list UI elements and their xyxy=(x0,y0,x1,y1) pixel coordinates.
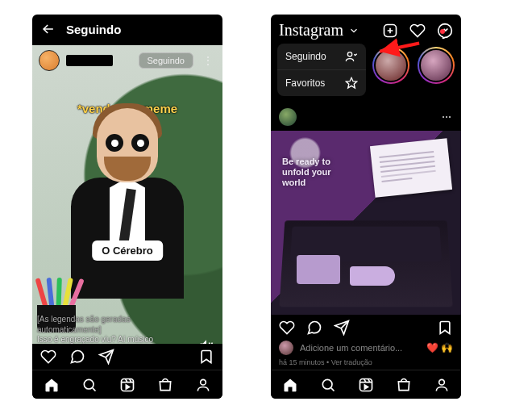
dropdown-label: Favoritos xyxy=(285,77,325,89)
reel-caption-auto: [As legendas são geradas automaticamente… xyxy=(37,315,190,335)
reel-person-illustration xyxy=(67,108,188,302)
post-image-document xyxy=(370,138,452,198)
bottom-nav xyxy=(32,370,222,399)
commenter-avatar[interactable] xyxy=(279,341,293,355)
post-author-avatar[interactable] xyxy=(279,108,297,126)
dropdown-item-seguindo[interactable]: Seguindo xyxy=(277,44,366,69)
heart-icon[interactable] xyxy=(279,320,295,336)
notification-dot xyxy=(440,29,445,34)
shop-icon[interactable] xyxy=(396,377,412,393)
story-item[interactable] xyxy=(418,47,455,84)
home-icon[interactable] xyxy=(282,377,298,393)
reels-icon[interactable] xyxy=(119,377,135,393)
dropdown-item-favoritos[interactable]: Favoritos xyxy=(277,69,366,96)
reel-header-title: Seguindo xyxy=(66,23,121,36)
post-image[interactable]: Be ready to unfold your world xyxy=(271,131,461,315)
post-image-title: Be ready to unfold your world xyxy=(282,157,345,189)
search-icon[interactable] xyxy=(320,377,336,393)
instagram-logo[interactable]: Instagram xyxy=(279,21,343,40)
reels-icon[interactable] xyxy=(358,377,374,393)
messenger-icon[interactable] xyxy=(437,23,453,39)
back-arrow-icon[interactable] xyxy=(40,21,56,37)
more-options-icon[interactable]: ⋮ xyxy=(200,55,216,66)
reel-video[interactable]: Seguindo ⋮ *vendo um meme O Cérebro [As … xyxy=(32,45,222,370)
bookmark-icon[interactable] xyxy=(437,320,453,336)
reel-user-bar: Seguindo ⋮ xyxy=(39,50,216,71)
reel-author-avatar[interactable] xyxy=(39,50,60,71)
comment-placeholder[interactable]: Adicione um comentário... xyxy=(300,343,402,353)
post-action-row xyxy=(32,344,222,370)
phone-reel: Seguindo Seguindo ⋮ *vendo um meme O Cér… xyxy=(32,15,222,399)
reel-header: Seguindo xyxy=(32,15,222,44)
svg-rect-6 xyxy=(360,378,372,391)
svg-point-0 xyxy=(84,379,94,389)
post-image-tag xyxy=(350,266,395,286)
home-icon[interactable] xyxy=(44,377,60,393)
svg-point-4 xyxy=(347,52,351,56)
svg-point-2 xyxy=(201,379,206,385)
reel-author-name-redacted[interactable] xyxy=(66,55,113,66)
share-icon[interactable] xyxy=(98,349,114,365)
shop-icon[interactable] xyxy=(157,377,173,393)
post-header: ⋯ xyxy=(271,103,461,131)
share-icon[interactable] xyxy=(334,320,350,336)
post-action-row xyxy=(271,315,461,337)
dropdown-label: Seguindo xyxy=(285,51,326,62)
post-image-card xyxy=(297,255,340,284)
chevron-down-icon[interactable] xyxy=(348,25,360,36)
profile-icon[interactable] xyxy=(195,377,211,393)
more-options-icon[interactable]: ⋯ xyxy=(442,111,453,123)
comment-icon[interactable] xyxy=(69,349,85,365)
follow-button[interactable]: Seguindo xyxy=(139,52,194,69)
svg-point-5 xyxy=(322,379,332,389)
bottom-nav xyxy=(271,370,461,399)
search-icon[interactable] xyxy=(81,377,98,393)
svg-point-7 xyxy=(439,379,445,385)
phone-feed: Instagram Seguindo Favoritos xyxy=(271,15,461,399)
comment-row[interactable]: Adicione um comentário... ❤️ 🙌 xyxy=(271,337,461,358)
feed-filter-dropdown: Seguindo Favoritos xyxy=(277,44,366,96)
reel-tag-chip[interactable]: O Cérebro xyxy=(92,240,163,261)
svg-rect-1 xyxy=(121,378,133,391)
star-icon xyxy=(345,77,358,90)
feed-top-bar: Instagram xyxy=(271,15,461,46)
comment-icon[interactable] xyxy=(306,320,322,336)
following-people-icon xyxy=(345,50,358,63)
bookmark-icon[interactable] xyxy=(198,349,214,365)
profile-icon[interactable] xyxy=(434,377,450,393)
heart-icon[interactable] xyxy=(40,349,56,365)
feed-area: ⋯ Be ready to unfold your world Adicione… xyxy=(271,103,461,370)
quick-reactions[interactable]: ❤️ 🙌 xyxy=(426,342,453,353)
